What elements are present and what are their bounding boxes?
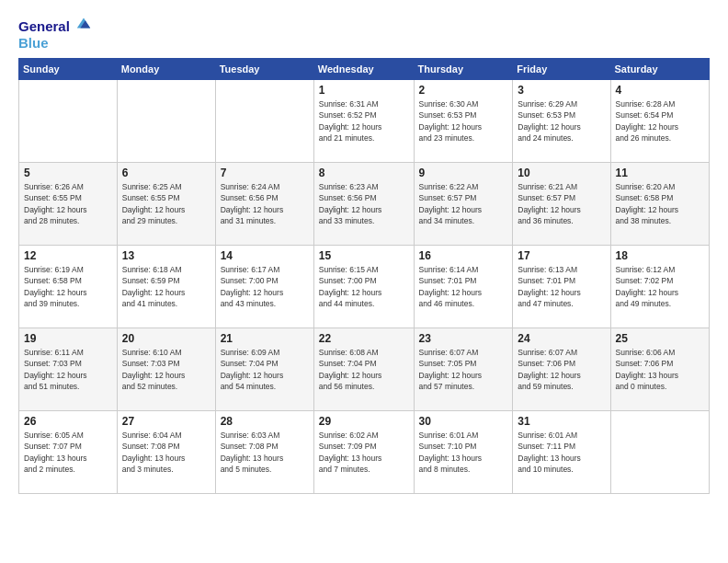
day-number: 2	[419, 84, 508, 97]
calendar-cell: 7Sunrise: 6:24 AM Sunset: 6:56 PM Daylig…	[215, 163, 313, 246]
day-number: 19	[24, 332, 112, 345]
day-header-monday: Monday	[117, 59, 215, 80]
day-number: 5	[24, 167, 112, 179]
day-number: 23	[419, 332, 508, 345]
day-info: Sunrise: 6:17 AM Sunset: 7:00 PM Dayligh…	[221, 264, 309, 309]
day-info: Sunrise: 6:09 AM Sunset: 7:04 PM Dayligh…	[221, 347, 309, 392]
day-number: 30	[419, 415, 508, 428]
day-header-sunday: Sunday	[19, 59, 118, 80]
calendar-cell: 16Sunrise: 6:14 AM Sunset: 7:01 PM Dayli…	[414, 246, 513, 328]
day-number: 6	[122, 167, 210, 179]
day-number: 28	[221, 415, 309, 428]
calendar-cell: 12Sunrise: 6:19 AM Sunset: 6:58 PM Dayli…	[19, 246, 118, 328]
week-row-3: 19Sunrise: 6:11 AM Sunset: 7:03 PM Dayli…	[19, 328, 710, 411]
day-number: 9	[419, 167, 508, 179]
day-info: Sunrise: 6:30 AM Sunset: 6:53 PM Dayligh…	[419, 98, 508, 144]
calendar-cell: 28Sunrise: 6:03 AM Sunset: 7:08 PM Dayli…	[215, 411, 313, 494]
day-info: Sunrise: 6:02 AM Sunset: 7:09 PM Dayligh…	[319, 430, 409, 475]
logo-blue: Blue	[18, 35, 92, 51]
day-info: Sunrise: 6:20 AM Sunset: 6:58 PM Dayligh…	[616, 181, 704, 226]
day-number: 3	[518, 84, 605, 97]
day-number: 7	[221, 167, 309, 179]
day-number: 20	[122, 332, 210, 345]
day-number: 26	[24, 415, 112, 428]
calendar-header-row: SundayMondayTuesdayWednesdayThursdayFrid…	[19, 59, 710, 80]
calendar-cell: 13Sunrise: 6:18 AM Sunset: 6:59 PM Dayli…	[117, 246, 215, 328]
calendar-cell	[117, 80, 215, 163]
calendar-cell: 2Sunrise: 6:30 AM Sunset: 6:53 PM Daylig…	[414, 80, 513, 163]
week-row-1: 5Sunrise: 6:26 AM Sunset: 6:55 PM Daylig…	[19, 163, 710, 246]
day-header-thursday: Thursday	[414, 59, 513, 80]
day-number: 14	[221, 249, 309, 262]
day-info: Sunrise: 6:01 AM Sunset: 7:10 PM Dayligh…	[419, 430, 508, 475]
day-number: 11	[616, 167, 704, 179]
day-info: Sunrise: 6:14 AM Sunset: 7:01 PM Dayligh…	[419, 264, 508, 309]
day-header-wednesday: Wednesday	[313, 59, 414, 80]
day-info: Sunrise: 6:07 AM Sunset: 7:06 PM Dayligh…	[518, 347, 605, 392]
day-info: Sunrise: 6:11 AM Sunset: 7:03 PM Dayligh…	[24, 347, 112, 392]
day-info: Sunrise: 6:05 AM Sunset: 7:07 PM Dayligh…	[24, 430, 112, 475]
calendar-cell: 8Sunrise: 6:23 AM Sunset: 6:56 PM Daylig…	[313, 163, 414, 246]
calendar-cell: 24Sunrise: 6:07 AM Sunset: 7:06 PM Dayli…	[513, 328, 610, 411]
calendar-cell: 26Sunrise: 6:05 AM Sunset: 7:07 PM Dayli…	[19, 411, 118, 494]
day-info: Sunrise: 6:23 AM Sunset: 6:56 PM Dayligh…	[319, 181, 409, 226]
day-header-tuesday: Tuesday	[215, 59, 313, 80]
calendar-cell: 21Sunrise: 6:09 AM Sunset: 7:04 PM Dayli…	[215, 328, 313, 411]
header: General Blue	[18, 15, 710, 51]
day-info: Sunrise: 6:31 AM Sunset: 6:52 PM Dayligh…	[319, 98, 409, 144]
day-number: 13	[122, 249, 210, 262]
day-info: Sunrise: 6:19 AM Sunset: 6:58 PM Dayligh…	[24, 264, 112, 309]
week-row-2: 12Sunrise: 6:19 AM Sunset: 6:58 PM Dayli…	[19, 246, 710, 328]
calendar-cell: 1Sunrise: 6:31 AM Sunset: 6:52 PM Daylig…	[313, 80, 414, 163]
calendar-cell: 10Sunrise: 6:21 AM Sunset: 6:57 PM Dayli…	[513, 163, 610, 246]
calendar-cell: 4Sunrise: 6:28 AM Sunset: 6:54 PM Daylig…	[610, 80, 709, 163]
day-number: 4	[616, 84, 704, 97]
day-info: Sunrise: 6:28 AM Sunset: 6:54 PM Dayligh…	[616, 98, 704, 144]
day-info: Sunrise: 6:10 AM Sunset: 7:03 PM Dayligh…	[122, 347, 210, 392]
calendar-cell	[19, 80, 118, 163]
calendar-cell: 30Sunrise: 6:01 AM Sunset: 7:10 PM Dayli…	[414, 411, 513, 494]
calendar-cell: 3Sunrise: 6:29 AM Sunset: 6:53 PM Daylig…	[513, 80, 610, 163]
calendar-cell: 31Sunrise: 6:01 AM Sunset: 7:11 PM Dayli…	[513, 411, 610, 494]
day-info: Sunrise: 6:22 AM Sunset: 6:57 PM Dayligh…	[419, 181, 508, 226]
day-info: Sunrise: 6:01 AM Sunset: 7:11 PM Dayligh…	[518, 430, 605, 475]
day-info: Sunrise: 6:18 AM Sunset: 6:59 PM Dayligh…	[122, 264, 210, 309]
logo: General Blue	[18, 15, 92, 51]
day-number: 25	[616, 332, 704, 345]
calendar-cell: 17Sunrise: 6:13 AM Sunset: 7:01 PM Dayli…	[513, 246, 610, 328]
calendar-cell: 27Sunrise: 6:04 AM Sunset: 7:08 PM Dayli…	[117, 411, 215, 494]
day-info: Sunrise: 6:12 AM Sunset: 7:02 PM Dayligh…	[616, 264, 704, 309]
calendar-cell: 25Sunrise: 6:06 AM Sunset: 7:06 PM Dayli…	[610, 328, 709, 411]
day-number: 21	[221, 332, 309, 345]
day-header-friday: Friday	[513, 59, 610, 80]
day-number: 10	[518, 167, 605, 179]
day-info: Sunrise: 6:13 AM Sunset: 7:01 PM Dayligh…	[518, 264, 605, 309]
day-info: Sunrise: 6:04 AM Sunset: 7:08 PM Dayligh…	[122, 430, 210, 475]
day-number: 27	[122, 415, 210, 428]
calendar-cell: 11Sunrise: 6:20 AM Sunset: 6:58 PM Dayli…	[610, 163, 709, 246]
day-number: 17	[518, 249, 605, 262]
day-number: 29	[319, 415, 409, 428]
day-number: 15	[319, 249, 409, 262]
day-info: Sunrise: 6:26 AM Sunset: 6:55 PM Dayligh…	[24, 181, 112, 226]
day-number: 18	[616, 249, 704, 262]
day-info: Sunrise: 6:06 AM Sunset: 7:06 PM Dayligh…	[616, 347, 704, 392]
day-info: Sunrise: 6:25 AM Sunset: 6:55 PM Dayligh…	[122, 181, 210, 226]
day-info: Sunrise: 6:29 AM Sunset: 6:53 PM Dayligh…	[518, 98, 605, 144]
calendar-cell: 5Sunrise: 6:26 AM Sunset: 6:55 PM Daylig…	[19, 163, 118, 246]
calendar-cell: 18Sunrise: 6:12 AM Sunset: 7:02 PM Dayli…	[610, 246, 709, 328]
day-number: 24	[518, 332, 605, 345]
day-info: Sunrise: 6:07 AM Sunset: 7:05 PM Dayligh…	[419, 347, 508, 392]
day-info: Sunrise: 6:24 AM Sunset: 6:56 PM Dayligh…	[221, 181, 309, 226]
logo-icon	[75, 15, 92, 31]
day-number: 12	[24, 249, 112, 262]
calendar-cell: 6Sunrise: 6:25 AM Sunset: 6:55 PM Daylig…	[117, 163, 215, 246]
day-info: Sunrise: 6:21 AM Sunset: 6:57 PM Dayligh…	[518, 181, 605, 226]
day-number: 8	[319, 167, 409, 179]
calendar: SundayMondayTuesdayWednesdayThursdayFrid…	[18, 58, 710, 494]
day-number: 31	[518, 415, 605, 428]
page: General Blue SundayMondayTuesdayWednesda…	[0, 0, 728, 563]
calendar-cell: 22Sunrise: 6:08 AM Sunset: 7:04 PM Dayli…	[313, 328, 414, 411]
day-number: 1	[319, 84, 409, 97]
calendar-cell: 9Sunrise: 6:22 AM Sunset: 6:57 PM Daylig…	[414, 163, 513, 246]
